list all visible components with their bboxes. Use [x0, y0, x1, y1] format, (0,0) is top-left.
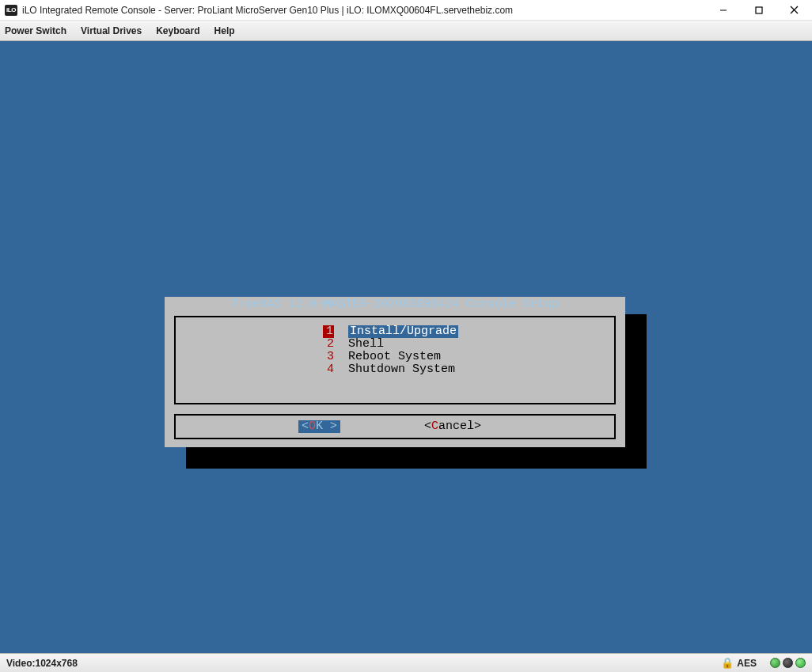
- encryption-label: AES: [737, 658, 757, 669]
- dialog-button-row: < OK > <Cancel>: [174, 414, 616, 439]
- ok-button[interactable]: < OK >: [298, 420, 340, 433]
- lock-icon: 🔒: [721, 657, 734, 669]
- maximize-button[interactable]: [741, 0, 776, 21]
- menu-item-reboot[interactable]: 3 Reboot System: [323, 351, 614, 363]
- menu-item-shell[interactable]: 2 Shell: [323, 338, 614, 351]
- status-indicator-3: [795, 658, 806, 668]
- cancel-button[interactable]: <Cancel>: [424, 420, 481, 433]
- window-controls: [705, 0, 812, 21]
- ok-hot: O: [309, 420, 316, 433]
- menu-list: 1 Install/Upgrade 2 Shell 3 Reboot Syste…: [323, 325, 614, 376]
- titlebar: iLO iLO Integrated Remote Console - Serv…: [0, 0, 812, 21]
- close-button[interactable]: [776, 0, 812, 21]
- menu-num: 2: [323, 338, 334, 351]
- menu-label: Shutdown System: [348, 363, 455, 376]
- menu-label: Install/Upgrade: [348, 325, 458, 338]
- menubar: Power Switch Virtual Drives Keyboard Hel…: [0, 21, 812, 41]
- menu-num: 1: [323, 325, 334, 338]
- menu-keyboard[interactable]: Keyboard: [156, 25, 199, 36]
- video-resolution: Video:1024x768: [6, 658, 78, 669]
- maximize-icon: [755, 6, 763, 14]
- menu-label: Reboot System: [348, 351, 441, 363]
- menu-num: 3: [323, 351, 334, 363]
- close-icon: [790, 6, 799, 14]
- menu-virtual-drives[interactable]: Virtual Drives: [81, 25, 142, 36]
- ok-pre: <: [302, 420, 309, 433]
- status-indicator-2: [783, 658, 793, 668]
- app-icon: iLO: [5, 5, 17, 16]
- svg-rect-1: [756, 7, 762, 13]
- menu-power-switch[interactable]: Power Switch: [5, 25, 66, 36]
- cancel-rest: ancel>: [438, 420, 481, 433]
- minimize-icon: [719, 6, 727, 14]
- status-indicator-1: [770, 658, 780, 668]
- ok-rest: K >: [316, 420, 337, 433]
- remote-console[interactable]: TrueNAS 12.0-MASTER-202003090424 Console…: [0, 41, 812, 653]
- window-title: iLO Integrated Remote Console - Server: …: [22, 5, 705, 16]
- statusbar: Video:1024x768 🔒 AES: [0, 653, 812, 672]
- menu-item-install-upgrade[interactable]: 1 Install/Upgrade: [323, 325, 614, 338]
- menu-item-shutdown[interactable]: 4 Shutdown System: [323, 363, 614, 376]
- dialog-title: TrueNAS 12.0-MASTER-202003090424 Console…: [165, 297, 625, 316]
- cancel-pre: <: [424, 420, 431, 433]
- cancel-hot: C: [431, 420, 438, 433]
- console-setup-dialog: TrueNAS 12.0-MASTER-202003090424 Console…: [165, 297, 625, 447]
- minimize-button[interactable]: [705, 0, 741, 21]
- menu-help[interactable]: Help: [214, 25, 235, 36]
- menu-label: Shell: [348, 338, 384, 351]
- menu-num: 4: [323, 363, 334, 376]
- dialog-menu-box: 1 Install/Upgrade 2 Shell 3 Reboot Syste…: [174, 316, 616, 404]
